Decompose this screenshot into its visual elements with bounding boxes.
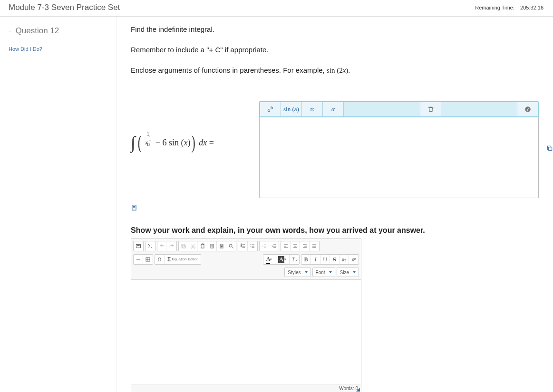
how-did-i-do-link[interactable]: How Did I Do? <box>9 46 42 52</box>
maximize-button[interactable] <box>146 241 155 251</box>
align-left-icon <box>283 243 289 249</box>
svg-point-29 <box>251 245 251 245</box>
special-char-button[interactable]: Ω <box>155 255 165 264</box>
rparen-icon: ) <box>192 135 195 150</box>
caret-icon <box>353 271 356 273</box>
paste-text-button[interactable]: T <box>207 241 217 251</box>
find-button[interactable] <box>226 241 236 251</box>
italic-button[interactable]: I <box>311 255 320 264</box>
align-justify-button[interactable] <box>310 241 319 251</box>
equation-toolbar: ab sin (a) ∞ α ? <box>259 101 539 117</box>
sidebar: - Question 12 How Did I Do? <box>0 17 116 392</box>
undo-button[interactable] <box>157 241 167 251</box>
function-tool[interactable]: sin (a) <box>281 102 302 116</box>
integral-icon: ∫ <box>131 134 136 151</box>
trash-tool[interactable] <box>420 102 441 116</box>
bg-color-button[interactable]: A▾ <box>275 255 290 264</box>
outdent-icon <box>262 243 267 249</box>
copy-button[interactable] <box>179 241 188 251</box>
svg-rect-3 <box>549 147 552 151</box>
time-value: 205:32:16 <box>520 5 543 10</box>
styles-dropdown[interactable]: Styles <box>284 268 310 277</box>
lparen-icon: ( <box>138 135 142 150</box>
page-header: Module 7-3 Seven Practice Set Remaining … <box>0 0 553 17</box>
align-right-icon <box>302 243 308 249</box>
help-tool[interactable]: ? <box>517 102 538 116</box>
align-center-button[interactable] <box>291 241 300 251</box>
resize-grip-icon[interactable] <box>356 388 360 392</box>
rte-textarea[interactable] <box>131 279 361 384</box>
align-left-button[interactable] <box>281 241 291 251</box>
table-button[interactable] <box>143 255 153 264</box>
hr-icon <box>136 257 141 262</box>
paste-text-icon: T <box>209 243 215 249</box>
help-icon: ? <box>524 106 531 113</box>
remaining-time: Remaining Time: 205:32:16 <box>475 5 543 10</box>
integral-expression: ∫ ( 1 x 113 − 6 sin (x) ) dx = <box>131 130 240 155</box>
infinity-tool[interactable]: ∞ <box>302 102 323 116</box>
numbered-list-button[interactable]: 12 <box>238 241 248 251</box>
source-icon <box>136 243 141 249</box>
paste-button[interactable] <box>198 241 207 251</box>
cut-button[interactable] <box>188 241 198 251</box>
question-label: - Question 12 <box>9 26 107 36</box>
fraction: 1 x 113 <box>144 130 152 155</box>
equation-editor-button[interactable]: Σ Equation Editor <box>165 255 201 264</box>
greek-tool[interactable]: α <box>323 102 344 116</box>
subscript-button[interactable]: x₂ <box>340 255 349 264</box>
trash-icon <box>427 106 434 113</box>
maximize-icon <box>147 243 153 249</box>
question-content: Find the indefinite integral. Remember t… <box>116 17 553 392</box>
align-justify-icon <box>311 243 317 249</box>
rte-toolbar: T W 12 <box>131 239 361 279</box>
paste-word-button[interactable]: W <box>217 241 226 251</box>
bold-button[interactable]: B <box>301 255 311 264</box>
svg-rect-10 <box>182 244 184 247</box>
table-icon <box>145 257 151 262</box>
superscript-button[interactable]: x² <box>349 255 359 264</box>
redo-button[interactable] <box>167 241 176 251</box>
rte-footer: Words: 0 <box>131 384 361 392</box>
prompt-line-2: Remember to include a "+ C" if appropria… <box>131 46 539 54</box>
font-dropdown[interactable]: Font <box>312 268 335 277</box>
time-label: Remaining Time: <box>475 5 514 10</box>
paste-word-icon: W <box>219 243 224 249</box>
hr-button[interactable] <box>134 255 143 264</box>
svg-text:W: W <box>221 245 223 248</box>
word-count: Words: 0 <box>339 386 358 391</box>
rich-text-editor: T W 12 <box>131 239 361 392</box>
source-button[interactable] <box>134 241 143 251</box>
equation-textarea[interactable] <box>259 117 539 198</box>
bullet-list-button[interactable] <box>248 241 257 251</box>
underline-button[interactable]: U <box>320 255 330 264</box>
example-math: sin (2x) <box>327 67 348 74</box>
svg-point-19 <box>229 244 232 247</box>
popout-icon[interactable] <box>546 145 553 152</box>
equation-row: ∫ ( 1 x 113 − 6 sin (x) ) dx = ab sin (a… <box>131 87 539 198</box>
svg-rect-7 <box>136 245 141 248</box>
svg-line-20 <box>232 247 233 249</box>
paste-icon <box>200 243 205 249</box>
strike-button[interactable]: S <box>330 255 340 264</box>
exponent-tool[interactable]: ab <box>260 102 281 116</box>
svg-rect-9 <box>183 245 185 248</box>
cut-icon <box>190 243 196 249</box>
document-icon[interactable] <box>131 204 137 211</box>
equation-input: ab sin (a) ∞ α ? <box>259 101 539 198</box>
main-area: - Question 12 How Did I Do? Find the ind… <box>0 17 553 392</box>
indent-icon <box>271 243 277 249</box>
svg-text:2: 2 <box>241 245 242 247</box>
text-color-button[interactable]: A▾ <box>263 255 276 264</box>
show-work-label: Show your work and explain, in your own … <box>131 226 539 235</box>
module-title: Module 7-3 Seven Practice Set <box>9 3 120 12</box>
indent-button[interactable] <box>269 241 279 251</box>
outdent-button[interactable] <box>260 241 269 251</box>
size-dropdown[interactable]: Size <box>337 268 359 277</box>
caret-icon <box>305 271 308 273</box>
align-right-button[interactable] <box>300 241 310 251</box>
remove-format-button[interactable]: Tₓ <box>290 255 299 264</box>
svg-point-30 <box>251 246 251 247</box>
copy-icon <box>181 243 186 249</box>
prompt-line-1: Find the indefinite integral. <box>131 25 539 33</box>
align-center-icon <box>292 243 298 249</box>
